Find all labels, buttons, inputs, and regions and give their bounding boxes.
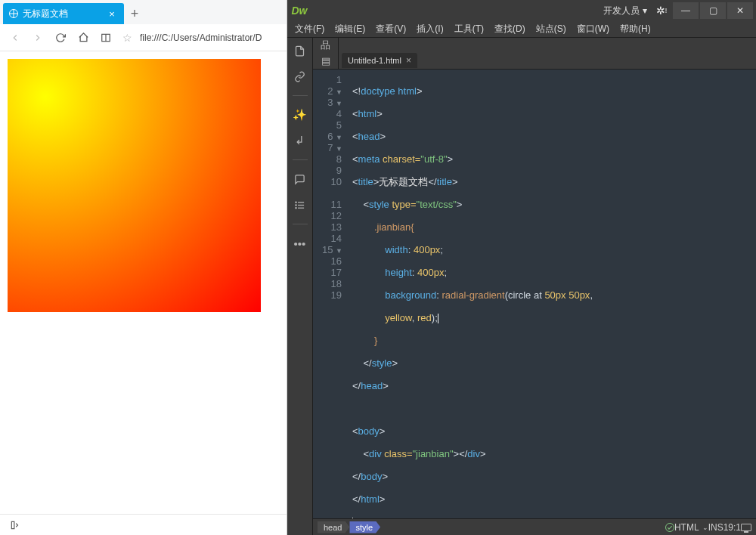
dreamweaver-window: Dw 开发人员 ▾ ✲! — ▢ ✕ 文件(F) 编辑(E) 查看(V) 插入(… bbox=[287, 0, 756, 535]
status-pos: 19:1 bbox=[723, 522, 741, 533]
maximize-button[interactable]: ▢ bbox=[700, 2, 726, 19]
new-tab-button[interactable]: + bbox=[124, 3, 145, 24]
browser-tab-active[interactable]: 无标题文档 × bbox=[3, 3, 124, 24]
dw-logo: Dw bbox=[290, 5, 308, 17]
workspace-label: 开发人员 bbox=[603, 5, 640, 17]
star-icon[interactable]: ☆ bbox=[122, 32, 132, 44]
more-icon[interactable]: ••• bbox=[293, 237, 307, 250]
list-icon[interactable] bbox=[293, 198, 307, 212]
panel-view-toggles: 品 ▤ bbox=[313, 38, 339, 69]
url-text: file:///C:/Users/Administrator/D bbox=[140, 32, 262, 43]
browser-window: 无标题文档 × + ☆ file:///C:/Users/Administrat… bbox=[0, 0, 287, 535]
link-icon[interactable] bbox=[293, 70, 307, 83]
menu-find[interactable]: 查找(D) bbox=[490, 21, 530, 37]
document-tabs: Untitled-1.html × bbox=[339, 52, 756, 69]
tag-breadcrumbs: head style HTML ⌄ INS 19:1 bbox=[313, 518, 756, 535]
svg-point-6 bbox=[296, 202, 296, 203]
doc-tab-active[interactable]: Untitled-1.html × bbox=[342, 53, 417, 68]
dw-titlebar: Dw 开发人员 ▾ ✲! — ▢ ✕ bbox=[287, 0, 756, 21]
svg-rect-2 bbox=[11, 521, 14, 528]
globe-icon bbox=[9, 9, 18, 18]
settings-button[interactable]: ✲! bbox=[652, 2, 671, 19]
panels-button[interactable] bbox=[100, 32, 112, 44]
menu-bar: 文件(F) 编辑(E) 查看(V) 插入(I) 工具(T) 查找(D) 站点(S… bbox=[287, 21, 756, 38]
svg-point-7 bbox=[296, 204, 296, 205]
menu-site[interactable]: 站点(S) bbox=[531, 21, 571, 37]
status-mode[interactable]: INS bbox=[708, 522, 723, 533]
minimize-button[interactable]: — bbox=[673, 2, 699, 19]
menu-edit[interactable]: 编辑(E) bbox=[330, 21, 370, 37]
sidebar-toggle-icon[interactable] bbox=[9, 519, 21, 531]
svg-point-8 bbox=[296, 207, 296, 208]
chevron-down-icon: ▾ bbox=[643, 5, 647, 16]
wrap-icon[interactable]: ↲ bbox=[293, 134, 307, 147]
page-icon[interactable]: ▤ bbox=[320, 55, 332, 67]
menu-window[interactable]: 窗口(W) bbox=[572, 21, 614, 37]
reload-button[interactable] bbox=[54, 32, 67, 44]
browser-tabbar: 无标题文档 × + bbox=[0, 0, 287, 24]
tool-sidebar: ✨ ↲ ••• bbox=[287, 38, 313, 535]
menu-help[interactable]: 帮助(H) bbox=[615, 21, 655, 37]
gradient-preview bbox=[8, 59, 261, 312]
status-ok-icon[interactable] bbox=[665, 523, 674, 532]
close-icon[interactable]: × bbox=[106, 8, 118, 20]
code-editor[interactable]: 12 ▼3 ▼456 ▼7 ▼8910 1112131415 ▼16171819… bbox=[313, 70, 756, 518]
code-area[interactable]: <!doctype html> <html> <head> <meta char… bbox=[348, 70, 756, 518]
forward-button[interactable] bbox=[32, 32, 44, 44]
line-gutter: 12 ▼3 ▼456 ▼7 ▼8910 1112131415 ▼16171819 bbox=[313, 70, 348, 518]
back-button[interactable] bbox=[9, 32, 21, 44]
browser-viewport bbox=[0, 51, 287, 514]
screen-size-icon[interactable] bbox=[741, 524, 751, 531]
menu-tools[interactable]: 工具(T) bbox=[450, 21, 488, 37]
menu-view[interactable]: 查看(V) bbox=[371, 21, 411, 37]
browser-navbar: ☆ file:///C:/Users/Administrator/D bbox=[0, 24, 287, 51]
browser-footer bbox=[0, 514, 287, 535]
dw-workarea: ✨ ↲ ••• 品 ▤ Untitled-1.html × bbox=[287, 38, 756, 535]
wand-icon[interactable]: ✨ bbox=[293, 108, 307, 122]
editor-main: 品 ▤ Untitled-1.html × 12 ▼3 ▼456 ▼7 ▼891… bbox=[313, 38, 756, 535]
menu-file[interactable]: 文件(F) bbox=[290, 21, 329, 37]
crumb-style[interactable]: style bbox=[349, 521, 380, 533]
tree-icon[interactable]: 品 bbox=[320, 39, 332, 51]
close-button[interactable]: ✕ bbox=[727, 2, 753, 19]
doc-tab-label: Untitled-1.html bbox=[348, 56, 401, 65]
panel-row: 品 ▤ Untitled-1.html × bbox=[313, 38, 756, 70]
file-icon[interactable] bbox=[293, 44, 307, 57]
window-controls: — ▢ ✕ bbox=[671, 2, 753, 19]
crumb-head[interactable]: head bbox=[318, 521, 349, 533]
close-icon[interactable]: × bbox=[406, 55, 411, 66]
url-bar[interactable]: ☆ file:///C:/Users/Administrator/D bbox=[122, 32, 277, 44]
tab-title: 无标题文档 bbox=[23, 8, 68, 20]
comment-icon[interactable] bbox=[293, 172, 307, 186]
status-lang[interactable]: HTML ⌄ bbox=[674, 522, 708, 533]
menu-insert[interactable]: 插入(I) bbox=[412, 21, 448, 37]
workspace-switcher[interactable]: 开发人员 ▾ bbox=[599, 5, 652, 17]
home-button[interactable] bbox=[77, 32, 89, 44]
